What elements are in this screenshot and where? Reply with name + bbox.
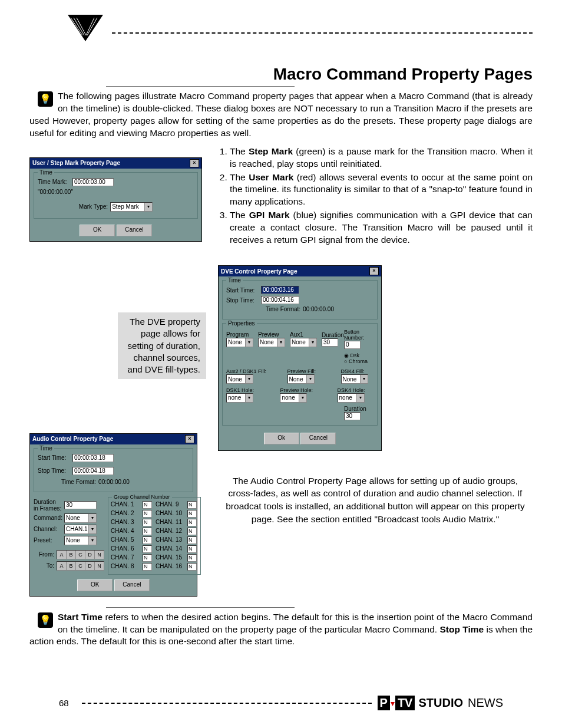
time-mark-label: Time Mark: (38, 179, 70, 185)
dsk1-hole-select[interactable]: none (226, 393, 253, 403)
chan-input[interactable]: N (143, 536, 152, 544)
start-time-input[interactable]: 00:00:03.18 (72, 454, 114, 462)
lightbulb-icon: 💡 (38, 91, 53, 107)
chan-input[interactable]: N (187, 545, 197, 553)
channel-select[interactable]: CHAN.1 (64, 525, 97, 534)
duration-input[interactable]: 30 (322, 338, 338, 347)
close-icon[interactable]: × (369, 267, 379, 275)
footer-brand: P ▾ TV STUDIO NEWS (378, 696, 503, 710)
chan-input[interactable]: N (187, 554, 197, 562)
start-time-input[interactable]: 00:00:03.16 (261, 286, 299, 294)
dsk4-hole-select[interactable]: none (338, 393, 365, 403)
aux1-select[interactable]: None (290, 338, 317, 347)
chan-input[interactable]: N (143, 501, 152, 509)
page-number: 68 (59, 698, 69, 708)
close-icon[interactable]: × (185, 435, 194, 443)
preset-select[interactable]: None (64, 536, 97, 545)
mark-type-label: Mark Type: (79, 203, 108, 210)
chan-input[interactable]: N (143, 545, 152, 553)
from-toggles[interactable]: ABCDN (57, 550, 104, 559)
dsk-radio[interactable]: ◉ Dsk (344, 353, 373, 358)
intro-text: The following pages illustrate Macro Com… (29, 91, 533, 138)
chan-input[interactable]: N (187, 501, 197, 509)
chan-input[interactable]: N (143, 519, 152, 526)
stop-time-input[interactable]: 00:00:04.18 (72, 467, 114, 475)
chan-input[interactable]: N (187, 536, 197, 544)
audio-caption: The Audio Control Property Page allows f… (218, 475, 533, 526)
lightbulb-icon: 💡 (38, 612, 53, 628)
chan-input[interactable]: N (187, 563, 197, 571)
chan-input[interactable]: N (143, 528, 152, 535)
chroma-radio[interactable]: ○ Chroma (344, 358, 373, 364)
ok-button[interactable]: OK (80, 225, 115, 236)
preview-fill-select[interactable]: None (287, 374, 315, 384)
mark-type-select[interactable]: Step Mark (110, 202, 153, 212)
cancel-button[interactable]: Cancel (117, 225, 152, 236)
cancel-button[interactable]: Cancel (114, 579, 150, 591)
time-legend: Time (38, 169, 54, 176)
duration-frames-input[interactable]: 30 (64, 501, 97, 509)
stop-time-input[interactable]: 00:00:04.16 (261, 296, 299, 304)
dve-caption: The DVE property page allows for setting… (118, 312, 206, 379)
header-divider (112, 32, 533, 34)
time-format-label: "00:00:00.00" (38, 189, 73, 195)
ok-button[interactable]: OK (77, 579, 113, 591)
dialog-title: DVE Control Property Page (221, 268, 297, 275)
chan-input[interactable]: N (143, 563, 152, 571)
program-select[interactable]: None (226, 338, 253, 347)
button-number-input[interactable]: 0 (344, 341, 361, 349)
channel-grid: CHAN. 1NCHAN. 9NCHAN. 2NCHAN. 10NCHAN. 3… (111, 501, 198, 571)
preview-hole-select[interactable]: none (280, 393, 307, 403)
duration2-input[interactable]: 30 (344, 412, 361, 420)
time-mark-input[interactable]: 00:00:03.00 (72, 178, 114, 186)
command-select[interactable]: None (64, 513, 97, 523)
dve-control-dialog: DVE Control Property Page × Time Start T… (218, 265, 382, 451)
svg-marker-0 (68, 15, 103, 41)
footer-divider (82, 703, 372, 704)
chan-input[interactable]: N (187, 519, 197, 526)
chan-input[interactable]: N (187, 510, 197, 518)
chan-input[interactable]: N (143, 554, 152, 562)
dialog-title: Audio Control Property Page (32, 436, 113, 442)
page-title: Macro Command Property Pages (29, 65, 533, 84)
dsk4-fill-select[interactable]: None (341, 374, 368, 384)
to-toggles[interactable]: ABCDN (57, 561, 104, 571)
dialog-title: User / Step Mark Property Page (32, 160, 120, 166)
aux2-select[interactable]: None (226, 374, 253, 384)
title-rule (106, 86, 295, 87)
chan-input[interactable]: N (187, 528, 197, 535)
close-icon[interactable]: × (190, 159, 199, 167)
preview-select[interactable]: None (258, 338, 285, 347)
header-logo (65, 12, 106, 46)
mark-types-list: The Step Mark (green) is a pause mark fo… (218, 146, 533, 246)
user-step-mark-dialog: User / Step Mark Property Page × Time Ti… (29, 157, 202, 242)
audio-control-dialog: Audio Control Property Page × Time Start… (29, 433, 197, 597)
chan-input[interactable]: N (143, 510, 152, 518)
